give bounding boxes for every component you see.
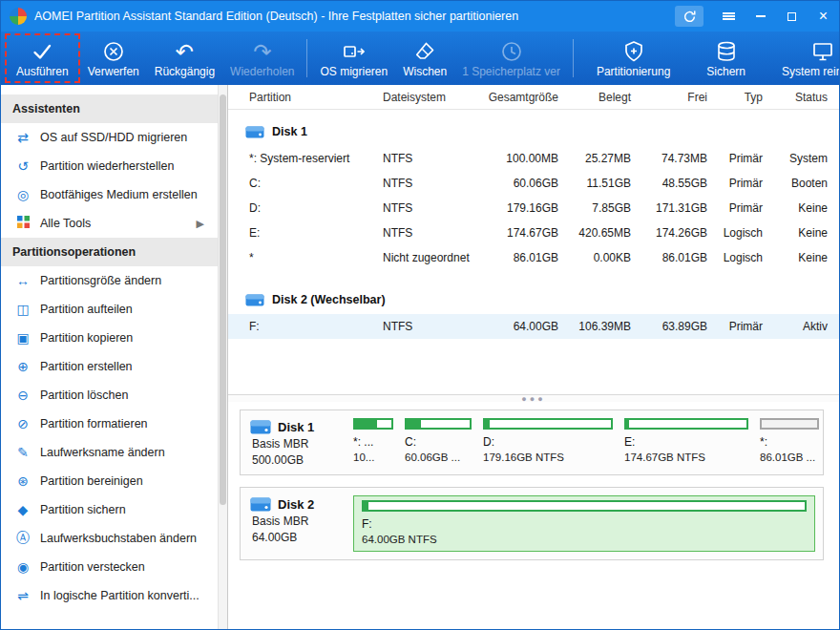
sidebar-item-resize-partition[interactable]: ↔ Partitionsgröße ändern — [1, 266, 227, 295]
protect-icon: ◆ — [14, 502, 32, 517]
sidebar-section-assistenten: Assistenten — [1, 94, 227, 123]
disk1-card: Disk 1 Basis MBR 500.00GB *: ... 10... — [240, 410, 824, 475]
migrate-os-button[interactable]: OS migrieren — [312, 33, 395, 83]
partition-row-selected[interactable]: F: NTFS 64.00GB 106.39MB 63.89GB Primär … — [228, 314, 839, 339]
sidebar-item-wipe-partition[interactable]: ⊛ Partition bereinigen — [1, 467, 227, 495]
partition-bar — [362, 500, 807, 512]
disk-icon — [250, 497, 271, 512]
sidebar-section-partitionsoperationen: Partitionsoperationen — [1, 238, 227, 266]
partition-block-e[interactable]: E: 174.67GB NTFS — [624, 418, 748, 467]
disk1-group-header[interactable]: Disk 1 — [228, 117, 839, 146]
partition-list: Partition Dateisystem Gesamtgröße Belegt… — [228, 85, 839, 394]
partition-bar-unallocated — [760, 418, 819, 430]
refresh-icon[interactable] — [675, 6, 704, 27]
sidebar-item-restore-partition[interactable]: ↺ Partition wiederherstellen — [1, 152, 227, 180]
partition-row[interactable]: C: NTFS 60.06GB 11.51GB 48.55GB Primär B… — [228, 171, 839, 196]
aomei-logo-icon — [10, 8, 27, 25]
disk1-size: 500.00GB — [250, 453, 347, 467]
partition-bar — [353, 418, 393, 430]
wipe-button[interactable]: Wischen — [395, 33, 454, 83]
col-belegt[interactable]: Belegt — [558, 91, 631, 104]
main-panel: Partition Dateisystem Gesamtgröße Belegt… — [228, 85, 839, 629]
sidebar-item-bootable-media[interactable]: ◎ Bootfähiges Medium erstellen — [1, 180, 227, 209]
sidebar-item-format-partition[interactable]: ⊘ Partition formatieren — [1, 410, 227, 438]
undo-button[interactable]: ↶ Rückgängig — [147, 33, 222, 83]
monitor-icon — [810, 39, 835, 65]
disk1-label: Disk 1 — [250, 420, 347, 434]
sidebar-item-delete-partition[interactable]: ⊖ Partition löschen — [1, 381, 227, 410]
discard-icon — [101, 39, 126, 65]
maximize-button[interactable] — [776, 1, 808, 32]
migrate-os-icon — [342, 39, 367, 65]
sidebar-item-all-tools[interactable]: Alle Tools ▶ — [1, 209, 227, 238]
partition-block-sysres[interactable]: *: ... 10... — [353, 418, 393, 467]
toolbar: Ausführen Verwerfen ↶ Rückgängig ↷ Wiede… — [1, 32, 839, 85]
database-icon — [714, 39, 739, 65]
partition-block-unallocated[interactable]: *: 86.01GB ... — [760, 418, 819, 467]
partition-block-d[interactable]: D: 179.16GB NTFS — [483, 418, 613, 467]
sidebar-item-split-partition[interactable]: ◫ Partition aufteilen — [1, 295, 227, 324]
disk-icon — [250, 420, 271, 434]
disk-graph-panel: Disk 1 Basis MBR 500.00GB *: ... 10... — [228, 402, 839, 629]
wipe-icon — [412, 39, 437, 65]
minimize-button[interactable] — [745, 1, 776, 32]
discard-button[interactable]: Verwerfen — [80, 33, 147, 83]
resize-icon: ↔ — [14, 273, 32, 288]
backup-button[interactable]: Sichern — [699, 33, 753, 83]
drive-letter-icon: Ⓐ — [14, 530, 32, 547]
delete-icon: ⊖ — [14, 388, 32, 403]
copy-icon: ▣ — [14, 330, 32, 346]
sidebar-item-backup-partition[interactable]: ◆ Partition sichern — [1, 495, 227, 524]
partition-row[interactable]: * Nicht zugeordnet 86.01GB 0.00KB 86.01G… — [228, 245, 839, 270]
format-icon: ⊘ — [14, 416, 32, 431]
sidebar-scrollbar[interactable] — [218, 85, 227, 629]
all-tools-icon — [14, 216, 32, 231]
col-frei[interactable]: Frei — [631, 91, 707, 104]
col-partition[interactable]: Partition — [249, 91, 383, 104]
hide-icon: ◉ — [14, 559, 32, 575]
sidebar-item-create-partition[interactable]: ⊕ Partition erstellen — [1, 352, 227, 381]
check-icon — [30, 39, 54, 65]
panel-splitter[interactable]: ●●● — [228, 394, 839, 402]
sidebar-item-convert-logical[interactable]: ⇌ In logische Partition konverti... — [1, 581, 227, 610]
disk-icon — [245, 294, 264, 306]
partition-row[interactable]: *: System-reserviert NTFS 100.00MB 25.27… — [228, 146, 839, 171]
table-header[interactable]: Partition Dateisystem Gesamtgröße Belegt… — [228, 85, 839, 110]
sidebar-item-migrate-os[interactable]: ⇄ OS auf SSD/HDD migrieren — [1, 123, 227, 152]
convert-icon: ⇌ — [14, 588, 32, 603]
rename-icon: ✎ — [14, 445, 32, 460]
shield-icon — [621, 39, 646, 65]
disk2-bus: Basis MBR — [250, 514, 347, 528]
partition-row[interactable]: E: NTFS 174.67GB 420.65MB 174.26GB Logis… — [228, 220, 839, 245]
col-dateisystem[interactable]: Dateisystem — [383, 91, 478, 104]
close-button[interactable]: × — [808, 1, 839, 32]
partition-row[interactable]: D: NTFS 179.16GB 7.85GB 171.31GB Primär … — [228, 196, 839, 220]
window-title: AOMEI Partition Assistant Standard Editi… — [34, 10, 518, 23]
wipe-partition-icon: ⊛ — [14, 473, 32, 489]
partition-block-f-selected[interactable]: F: 64.00GB NTFS — [353, 495, 815, 552]
partition-block-c[interactable]: C: 60.06GB ... — [405, 418, 472, 467]
sidebar-item-rename-drive[interactable]: ✎ Laufwerksname ändern — [1, 438, 227, 467]
sidebar-item-hide-partition[interactable]: ◉ Partition verstecken — [1, 553, 227, 581]
app-window: AOMEI Partition Assistant Standard Editi… — [0, 0, 840, 630]
system-clean-button[interactable]: System reinigen — [774, 33, 840, 83]
allocate-space-button: 1 Speicherplatz ver — [454, 33, 568, 83]
partitioning-button[interactable]: Partitionierung — [589, 33, 678, 83]
toolbar-separator — [573, 39, 574, 77]
sidebar-item-change-drive-letter[interactable]: Ⓐ Laufwerksbuchstaben ändern — [1, 524, 227, 553]
redo-button: ↷ Wiederholen — [222, 33, 302, 83]
disk1-bus: Basis MBR — [250, 437, 347, 451]
col-typ[interactable]: Typ — [707, 91, 763, 104]
scrollbar-thumb[interactable] — [220, 94, 226, 505]
undo-icon: ↶ — [176, 39, 194, 65]
apply-button[interactable]: Ausführen — [5, 33, 80, 83]
col-gesamtgroesse[interactable]: Gesamtgröße — [478, 91, 558, 104]
restore-partition-icon: ↺ — [14, 158, 32, 174]
col-status[interactable]: Status — [763, 91, 828, 104]
menu-icon[interactable] — [713, 1, 745, 32]
disk2-group-header[interactable]: Disk 2 (Wechselbar) — [228, 285, 839, 314]
sidebar-item-copy-partition[interactable]: ▣ Partition kopieren — [1, 324, 227, 352]
chevron-right-icon: ▶ — [197, 218, 204, 230]
disk2-size: 64.00GB — [250, 531, 347, 544]
partition-bar — [405, 418, 472, 430]
